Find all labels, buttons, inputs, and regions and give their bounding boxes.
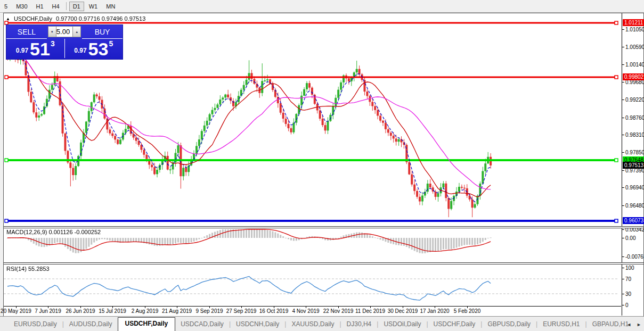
date-label: 27 Sep 2019 bbox=[226, 308, 257, 314]
price-tick-label: 0.99220 bbox=[622, 96, 644, 103]
chart-tab-usdcad-daily[interactable]: USDCAD,Daily bbox=[175, 318, 229, 331]
sell-price-pips: 51 bbox=[30, 42, 50, 56]
chart-tab-audusd-daily[interactable]: AUDUSD,Daily bbox=[64, 318, 118, 331]
tab-scroll-arrows: ◄ ► bbox=[626, 322, 641, 327]
date-label: 26 Jun 2019 bbox=[66, 308, 95, 314]
volume-input[interactable]: 5.00 bbox=[56, 26, 72, 37]
chart-tab-dj30-h4[interactable]: DJ30,H4 bbox=[341, 318, 377, 331]
date-label: 22 Nov 2019 bbox=[323, 308, 354, 314]
chart-tab-gbpusd-daily[interactable]: GBPUSD,Daily bbox=[482, 318, 536, 331]
buy-price-handle: 0.97 bbox=[74, 47, 86, 56]
date-label: 11 Dec 2019 bbox=[355, 308, 385, 314]
rsi-tick-label: 70 bbox=[622, 276, 631, 282]
date-axis[interactable]: 20 May 20197 Jun 201926 Jun 201915 Jul 2… bbox=[4, 306, 621, 316]
rsi-indicator-label: RSI(14) 55.2853 bbox=[6, 266, 50, 272]
volume-increase-icon[interactable]: ▲ bbox=[72, 26, 81, 37]
sell-price-point: 3 bbox=[51, 39, 55, 48]
chart-tab-usdcnh-daily[interactable]: USDCNH,Daily bbox=[231, 318, 284, 331]
price-level-label-red: 0.99802 bbox=[623, 73, 644, 80]
date-label: 16 Oct 2019 bbox=[259, 308, 288, 314]
macd-tick-label: 0.00 bbox=[622, 235, 635, 241]
chart-tab-bar: EURUSD,Daily|AUDUSD,DailyUSDCHF,DailyUSD… bbox=[0, 316, 644, 331]
rsi-tick-label: 30 bbox=[622, 291, 631, 297]
chart-tab-xauusd-daily[interactable]: XAUUSD,Daily bbox=[286, 318, 339, 331]
chart-window: ▲ USDCHF,Daily 0.97700 0.97716 0.97496 0… bbox=[3, 13, 644, 317]
sell-price-display[interactable]: 0.97 51 3 bbox=[6, 39, 65, 58]
date-label: 7 Jun 2019 bbox=[35, 308, 61, 314]
price-tick-label: 0.97850 bbox=[622, 149, 644, 155]
timeframe-button-h1[interactable]: H1 bbox=[32, 2, 47, 11]
date-label: 15 Jul 2019 bbox=[99, 308, 126, 314]
buy-price-display[interactable]: 0.97 53 5 bbox=[65, 39, 123, 58]
timeframe-button-w1[interactable]: W1 bbox=[85, 2, 102, 11]
price-tick-label: 0.96940 bbox=[622, 184, 644, 191]
date-label: 17 Jan 2020 bbox=[420, 308, 449, 314]
timeframe-button-d1[interactable]: D1 bbox=[69, 2, 84, 11]
buy-price-point: 5 bbox=[109, 39, 113, 48]
volume-control: ▼ 5.00 ▲ bbox=[48, 26, 81, 37]
chart-title: ▲ USDCHF,Daily 0.97700 0.97716 0.97496 0… bbox=[6, 15, 145, 22]
chart-tab-usdchf-daily[interactable]: USDCHF,Daily bbox=[428, 318, 481, 331]
macd-pane-splitter[interactable] bbox=[4, 226, 643, 228]
price-tick-label: 1.00590 bbox=[622, 44, 644, 50]
macd-tick-label: -0.007615 bbox=[622, 253, 644, 260]
price-tick-label: 0.98760 bbox=[622, 114, 644, 121]
buy-button[interactable]: BUY bbox=[82, 25, 123, 39]
toolbar-separator bbox=[66, 2, 67, 10]
sell-price-handle: 0.97 bbox=[16, 47, 28, 56]
tab-scroll-left-icon[interactable]: ◄ bbox=[626, 322, 631, 327]
one-click-trade-panel: SELL ▼ 5.00 ▲ BUY 0.97 51 3 0.97 53 5 bbox=[6, 24, 123, 60]
date-label: 5 Feb 2020 bbox=[454, 308, 481, 314]
price-level-label-current: 0.97513 bbox=[623, 162, 644, 169]
rsi-tick-label: 100 bbox=[622, 264, 634, 271]
chart-symbol-label: USDCHF,Daily bbox=[14, 15, 52, 22]
rsi-tick-label: 0 bbox=[622, 302, 629, 308]
macd-indicator-label: MACD(12,26,9) 0.001126 -0.000252 bbox=[6, 229, 101, 235]
timeframe-button-m30[interactable]: M30 bbox=[12, 2, 31, 11]
date-label: 20 May 2019 bbox=[1, 308, 31, 314]
timeframe-button-mn[interactable]: MN bbox=[102, 2, 119, 11]
date-label: 4 Nov 2019 bbox=[292, 308, 319, 314]
price-tick-label: 0.96480 bbox=[622, 202, 644, 209]
symbol-marker-icon: ▲ bbox=[6, 16, 10, 21]
price-level-label-red: 1.01211 bbox=[623, 19, 644, 26]
chart-tab-eurusd-h1[interactable]: EURUSD,H1 bbox=[537, 318, 585, 331]
trading-terminal: 5M30H1H4D1W1MN ▲ USDCHF,Daily 0.97700 0.… bbox=[0, 0, 644, 331]
sell-button[interactable]: SELL bbox=[6, 25, 47, 39]
chart-ohlc-values: 0.97700 0.97716 0.97496 0.97513 bbox=[56, 15, 145, 22]
timeframe-toolbar: 5M30H1H4D1W1MN bbox=[0, 0, 644, 13]
date-label: 30 Dec 2019 bbox=[388, 308, 418, 314]
price-level-label-blue: 0.96073 bbox=[623, 217, 644, 224]
chart-tab-usdoil-daily[interactable]: USDOil,Daily bbox=[378, 318, 426, 331]
rsi-pane-splitter[interactable] bbox=[4, 262, 643, 264]
price-tick-label: 1.01050 bbox=[622, 26, 644, 32]
price-tick-label: 0.98310 bbox=[622, 131, 644, 138]
buy-price-pips: 53 bbox=[88, 42, 109, 56]
date-label: 9 Sep 2019 bbox=[195, 308, 223, 314]
tab-scroll-right-icon[interactable]: ► bbox=[637, 322, 641, 327]
chart-tab-eurusd-daily[interactable]: EURUSD,Daily bbox=[9, 318, 62, 331]
date-label: 2 Aug 2019 bbox=[132, 308, 159, 314]
chart-tab-usdchf-daily[interactable]: USDCHF,Daily bbox=[118, 317, 176, 331]
price-axis[interactable]: 1.010501.005901.001400.996800.992200.987… bbox=[622, 13, 643, 316]
date-label: 21 Aug 2019 bbox=[162, 308, 192, 314]
timeframe-button-h4[interactable]: H4 bbox=[48, 2, 63, 11]
volume-decrease-icon[interactable]: ▼ bbox=[48, 26, 56, 37]
price-tick-label: 1.00140 bbox=[622, 61, 644, 68]
timeframe-button-5[interactable]: 5 bbox=[1, 2, 11, 11]
